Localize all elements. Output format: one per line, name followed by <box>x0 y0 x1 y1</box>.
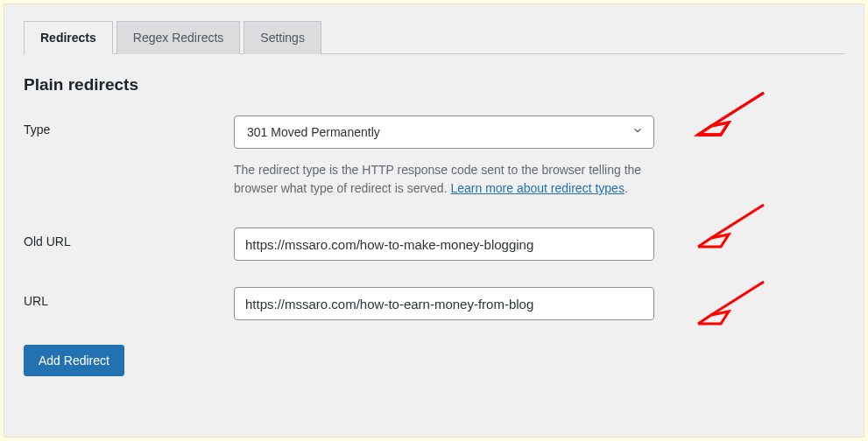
url-label: URL <box>24 287 234 308</box>
url-row: URL <box>24 287 844 320</box>
old-url-input[interactable] <box>234 228 654 261</box>
tabs-nav: Redirects Regex Redirects Settings <box>24 20 844 54</box>
learn-more-link[interactable]: Learn more about redirect types <box>450 181 624 195</box>
type-help-text: The redirect type is the HTTP response c… <box>234 161 654 198</box>
svg-line-2 <box>698 126 711 135</box>
svg-line-5 <box>711 122 729 126</box>
svg-line-4 <box>721 122 729 135</box>
tab-settings[interactable]: Settings <box>243 21 321 54</box>
svg-line-0 <box>711 93 764 126</box>
type-label: Type <box>24 116 234 136</box>
tab-regex-redirects[interactable]: Regex Redirects <box>116 21 241 54</box>
add-redirect-button[interactable]: Add Redirect <box>24 345 124 376</box>
type-row: Type 301 Moved Permanently The redirect … <box>24 116 844 198</box>
arrow-annotation-icon <box>681 273 777 334</box>
type-select[interactable]: 301 Moved Permanently <box>234 116 654 149</box>
section-title: Plain redirects <box>24 75 844 94</box>
admin-panel: Redirects Regex Redirects Settings Plain… <box>4 4 864 438</box>
tab-redirects[interactable]: Redirects <box>24 21 113 54</box>
old-url-label: Old URL <box>24 228 234 248</box>
old-url-row: Old URL <box>24 228 844 261</box>
svg-marker-1 <box>698 122 729 135</box>
arrow-annotation-icon <box>681 196 777 257</box>
url-input[interactable] <box>234 287 654 320</box>
